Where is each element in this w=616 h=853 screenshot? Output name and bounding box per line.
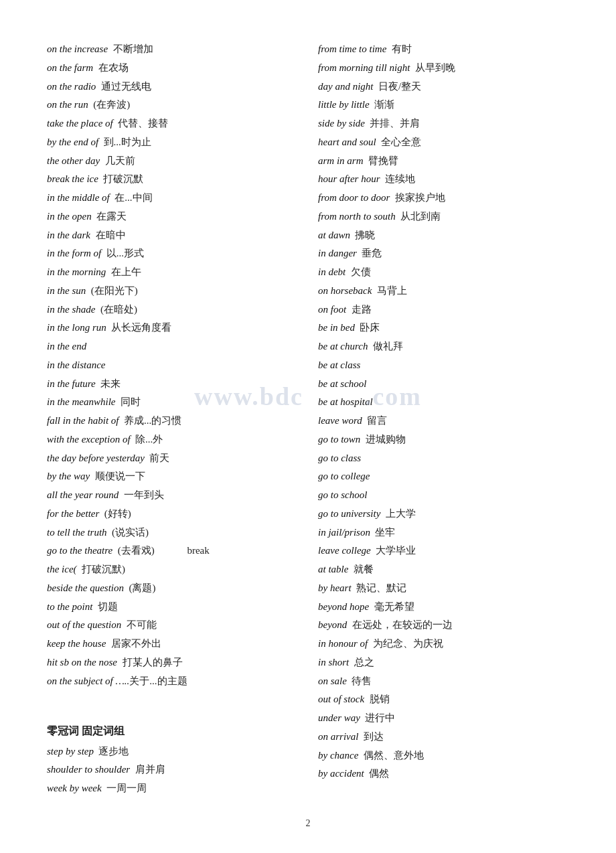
list-item: shoulder to shoulder 肩并肩 (47, 761, 298, 779)
list-item: in the morning 在上午 (47, 263, 298, 282)
list-item: be at hospital (318, 393, 569, 412)
list-item: from door to door 挨家挨户地 (318, 189, 569, 208)
list-item: fall in the habit of 养成...的习惯 (47, 412, 298, 431)
list-item: break the ice 打破沉默 (47, 170, 298, 189)
list-item: from time to time 有时 (318, 40, 569, 59)
list-item: go to college (318, 467, 569, 486)
list-item: in the meanwhile 同时 (47, 393, 298, 412)
list-item: hour after hour 连续地 (318, 170, 569, 189)
list-item: arm in arm 臂挽臂 (318, 152, 569, 171)
list-item: for the better (好转) (47, 505, 298, 524)
list-item: at dawn 拂晓 (318, 226, 569, 245)
list-item: go to university 上大学 (318, 505, 569, 524)
list-item: leave college 大学毕业 (318, 542, 569, 560)
list-item: by accident 偶然 (318, 765, 569, 783)
list-item: step by step 逐步地 (47, 743, 298, 761)
section-heading-zero-article: 零冠词 固定词组 (47, 721, 298, 741)
list-item: in the middle of 在...中间 (47, 189, 298, 208)
list-item: in the open 在露天 (47, 208, 298, 226)
list-item: beyond hope 毫无希望 (318, 598, 569, 617)
page-number: 2 (47, 818, 569, 829)
list-item: in danger 垂危 (318, 244, 569, 263)
list-item: in the shade (在暗处) (47, 301, 298, 319)
list-item: in the end (47, 337, 298, 356)
list-item: be at school (318, 375, 569, 394)
list-item: day and night 日夜/整天 (318, 78, 569, 96)
list-item: week by week 一周一周 (47, 779, 298, 798)
list-item: in debt 欠债 (318, 263, 569, 282)
right-column: from time to time 有时 from morning till n… (311, 40, 569, 798)
list-item: be at church 做礼拜 (318, 337, 569, 356)
list-item: on the subject of …..关于...的主题 (47, 672, 298, 691)
list-item: in the future 未来 (47, 375, 298, 394)
list-item: on the farm 在农场 (47, 59, 298, 78)
list-item: hit sb on the nose 打某人的鼻子 (47, 653, 298, 672)
list-item: in the form of 以...形式 (47, 244, 298, 263)
list-item: by heart 熟记、默记 (318, 579, 569, 598)
list-item: in the dark 在暗中 (47, 226, 298, 245)
list-item: out of the question 不可能 (47, 616, 298, 635)
list-item: beyond 在远处，在较远的一边 (318, 616, 569, 635)
list-item: in the sun (在阳光下) (47, 282, 298, 301)
list-item: all the year round 一年到头 (47, 486, 298, 505)
list-item: go to town 进城购物 (318, 431, 569, 449)
list-item: by the end of 到...时为止 (47, 133, 298, 152)
list-item: go to class (318, 449, 569, 468)
list-item: in the long run 从长远角度看 (47, 319, 298, 337)
list-item: on the increase 不断增加 (47, 40, 298, 59)
list-item: leave word 留言 (318, 412, 569, 431)
list-item: be at class (318, 356, 569, 375)
list-item: side by side 并排、并肩 (318, 114, 569, 133)
list-item: in the distance (47, 356, 298, 375)
list-item: keep the house 居家不外出 (47, 635, 298, 653)
list-item: under way 进行中 (318, 709, 569, 728)
list-item: from north to south 从北到南 (318, 208, 569, 226)
list-item: go to school (318, 486, 569, 505)
list-item: to the point 切题 (47, 598, 298, 617)
list-item: by chance 偶然、意外地 (318, 747, 569, 765)
list-item: take the place of 代替、接替 (47, 114, 298, 133)
list-item: in honour of 为纪念、为庆祝 (318, 635, 569, 653)
list-item: beside the question (离题) (47, 579, 298, 598)
list-item: by the way 顺便说一下 (47, 467, 298, 486)
list-item: heart and soul 全心全意 (318, 133, 569, 152)
list-item: on the run (在奔波) (47, 96, 298, 114)
list-item: out of stock 脱销 (318, 690, 569, 709)
list-item: on sale 待售 (318, 672, 569, 691)
list-item: with the exception of 除...外 (47, 431, 298, 449)
list-item: on horseback 马背上 (318, 282, 569, 301)
list-item: in short 总之 (318, 653, 569, 672)
list-item: on the radio 通过无线电 (47, 78, 298, 96)
left-column: on the increase 不断增加 on the farm 在农场 on … (47, 40, 311, 798)
list-item: be in bed 卧床 (318, 319, 569, 337)
list-item: little by little 渐渐 (318, 96, 569, 114)
list-item: on arrival 到达 (318, 728, 569, 747)
list-item: go to the theatre (去看戏) break (47, 542, 298, 560)
list-item: to tell the truth (说实话) (47, 524, 298, 542)
list-item: at table 就餐 (318, 560, 569, 579)
list-item: the ice( 打破沉默) (47, 560, 298, 579)
list-item: the day before yesterday 前天 (47, 449, 298, 468)
list-item: the other day 几天前 (47, 152, 298, 171)
list-item: in jail/prison 坐牢 (318, 524, 569, 542)
main-content: on the increase 不断增加 on the farm 在农场 on … (47, 40, 569, 798)
list-item: from morning till night 从早到晚 (318, 59, 569, 78)
list-item: on foot 走路 (318, 301, 569, 319)
